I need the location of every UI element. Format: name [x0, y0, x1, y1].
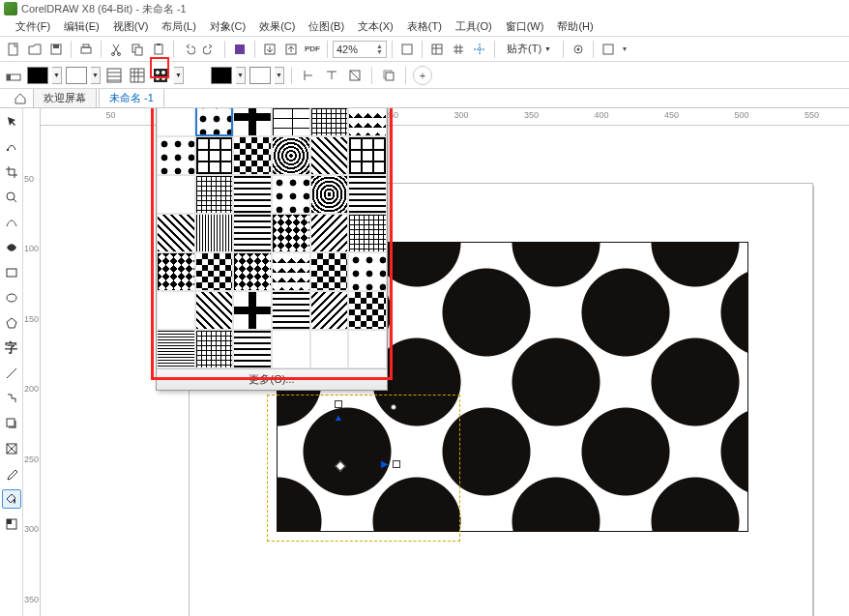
pattern-swatch-dbl[interactable] [348, 136, 387, 175]
pattern-swatch-sq[interactable] [348, 175, 387, 214]
pattern-swatch-check[interactable] [233, 136, 272, 175]
pattern-swatch-dots[interactable] [195, 108, 234, 136]
pattern-swatch-conc[interactable] [310, 175, 349, 214]
transparency-tool[interactable] [2, 439, 21, 458]
artistic-media-tool[interactable] [2, 238, 21, 257]
menu-window[interactable]: 窗口(W) [500, 17, 550, 36]
pattern-swatch-tri[interactable] [272, 252, 310, 291]
fill-origin-handle[interactable] [335, 400, 342, 408]
show-guidelines-button[interactable] [470, 40, 489, 59]
copy-button[interactable] [128, 40, 147, 59]
launch-dropdown[interactable]: ▼ [620, 40, 629, 59]
menu-layout[interactable]: 布局(L) [156, 17, 201, 36]
pattern-swatch-brick[interactable] [272, 108, 310, 136]
pattern-swatch-sq[interactable] [272, 291, 310, 330]
pattern-swatch-diag2[interactable] [310, 214, 349, 252]
options-button[interactable] [569, 40, 588, 59]
pattern-swatch-weave[interactable] [157, 252, 195, 291]
copy-fill-button[interactable] [379, 66, 398, 85]
new-button[interactable] [4, 40, 23, 59]
eyedropper-tool[interactable] [2, 464, 21, 484]
pattern-swatch-blank[interactable] [348, 330, 387, 368]
pattern-swatch-check[interactable] [310, 252, 349, 291]
zoom-tool[interactable] [2, 188, 21, 207]
front-color-swatch[interactable] [27, 67, 48, 84]
pattern-swatch-grid[interactable] [310, 108, 349, 136]
interactive-fill-tool[interactable] [2, 489, 21, 509]
pattern-crosshatch-button[interactable] [128, 66, 147, 85]
pattern-hatch-button[interactable] [104, 66, 124, 85]
canvas-area[interactable]: 50100150200250300350400450500550 ▲ ▶ 更多(… [41, 108, 849, 616]
paste-button[interactable] [149, 40, 168, 59]
pattern-swatch-tri[interactable] [348, 108, 387, 136]
menu-table[interactable]: 表格(T) [401, 17, 448, 36]
pattern-swatch-diag2[interactable] [310, 291, 349, 330]
menu-view[interactable]: 视图(V) [107, 17, 155, 36]
ellipse-tool[interactable] [2, 288, 21, 308]
secondary-front-swatch[interactable] [211, 67, 232, 84]
pattern-swatch-dots[interactable] [348, 252, 387, 291]
pattern-swatch-conc[interactable] [272, 136, 310, 175]
edit-fill-button[interactable] [4, 66, 23, 85]
front-color-dropdown[interactable]: ▼ [52, 67, 62, 84]
mirror-tiles-h-button[interactable] [299, 66, 318, 85]
mirror-tiles-v-button[interactable] [322, 66, 341, 85]
more-patterns-button[interactable]: 更多(O)... [157, 368, 387, 390]
fill-vector-end-handle[interactable] [391, 404, 396, 410]
transform-with-object-button[interactable] [345, 66, 365, 85]
export-button[interactable] [281, 40, 301, 59]
pattern-swatch-sq[interactable] [233, 214, 272, 252]
pattern-swatch-blank[interactable] [272, 330, 310, 368]
pattern-picker-button[interactable] [151, 66, 170, 85]
menu-bitmap[interactable]: 位图(B) [303, 17, 350, 36]
tab-welcome[interactable]: 欢迎屏幕 [33, 88, 97, 107]
menu-edit[interactable]: 编辑(E) [58, 17, 105, 36]
pattern-picker-dropdown[interactable]: ▼ [174, 67, 184, 84]
save-button[interactable] [46, 40, 66, 59]
zoom-level-input[interactable]: 42% ▲▼ [333, 41, 387, 58]
pattern-swatch-cross[interactable] [233, 291, 272, 330]
pattern-swatch-halft[interactable] [157, 291, 195, 330]
undo-button[interactable] [179, 40, 198, 59]
pattern-swatch-blank[interactable] [310, 330, 349, 368]
menu-object[interactable]: 对象(C) [204, 17, 251, 36]
publish-pdf-button[interactable]: PDF [303, 40, 322, 59]
menu-effects[interactable]: 效果(C) [253, 17, 301, 36]
pattern-swatch-hstripe[interactable] [157, 330, 195, 368]
menu-tools[interactable]: 工具(O) [450, 17, 498, 36]
pattern-swatch-diag[interactable] [157, 214, 195, 252]
tab-document[interactable]: 未命名 -1 [99, 88, 164, 107]
open-button[interactable] [25, 40, 44, 59]
connector-tool[interactable] [2, 389, 21, 408]
show-grid-button[interactable] [449, 40, 468, 59]
fill-tile-bounds[interactable] [267, 395, 460, 542]
full-screen-button[interactable] [397, 40, 417, 59]
fill-size-handle[interactable] [393, 460, 400, 468]
menu-file[interactable]: 文件(F) [10, 17, 56, 36]
pattern-swatch-dbl[interactable] [195, 136, 234, 175]
menu-text[interactable]: 文本(X) [352, 17, 399, 36]
cut-button[interactable] [106, 40, 126, 59]
search-content-button[interactable] [230, 40, 249, 59]
pattern-swatch-sq[interactable] [233, 175, 272, 214]
pattern-swatch-grid[interactable] [195, 175, 234, 214]
crop-tool[interactable] [2, 162, 21, 182]
pattern-swatch-dots[interactable] [272, 175, 310, 214]
import-button[interactable] [260, 40, 279, 59]
pattern-swatch-dots[interactable] [157, 136, 195, 175]
freehand-tool[interactable] [2, 213, 21, 232]
secondary-back-swatch[interactable] [249, 67, 271, 84]
pick-tool[interactable] [2, 112, 21, 132]
text-tool[interactable]: 字 [2, 338, 21, 358]
pattern-swatch-check[interactable] [348, 291, 387, 330]
pattern-swatch-vstripe[interactable] [195, 214, 234, 252]
pattern-swatch-halft[interactable] [157, 175, 195, 214]
pattern-swatch-blank[interactable] [157, 108, 195, 136]
parallel-dimension-tool[interactable] [2, 364, 21, 383]
launch-button[interactable] [599, 40, 618, 59]
pattern-swatch-weave[interactable] [272, 214, 310, 252]
smart-fill-tool[interactable] [2, 514, 21, 534]
pattern-swatch-sq[interactable] [233, 330, 272, 368]
menu-help[interactable]: 帮助(H) [551, 17, 599, 36]
pattern-swatch-diag[interactable] [310, 136, 349, 175]
